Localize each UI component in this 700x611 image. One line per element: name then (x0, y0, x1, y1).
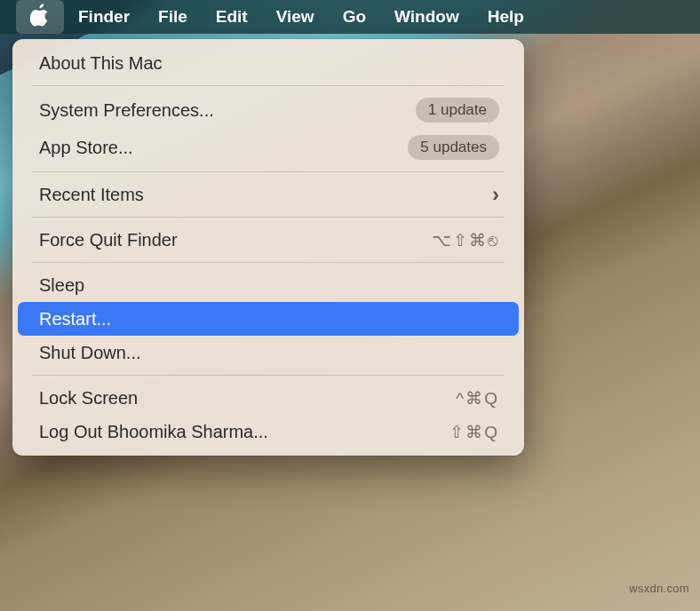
menu-item-label: Lock Screen (39, 388, 138, 409)
menu-separator (32, 262, 505, 263)
menu-item-label: Log Out Bhoomika Sharma... (39, 422, 268, 442)
menu-item-label: App Store... (39, 138, 133, 158)
menu-item-label: About This Mac (39, 53, 163, 74)
menu-item-label: Sleep (39, 275, 84, 296)
menu-item-log-out[interactable]: Log Out Bhoomika Sharma... ⇧⌘Q (18, 415, 519, 448)
menu-separator (32, 85, 505, 86)
menu-item-label: Recent Items (39, 185, 144, 205)
menu-item-about-this-mac[interactable]: About This Mac (18, 46, 519, 80)
menubar-app-name[interactable]: Finder (64, 2, 144, 32)
menubar-window[interactable]: Window (380, 2, 473, 32)
menubar-edit[interactable]: Edit (202, 2, 262, 32)
menu-bar: Finder File Edit View Go Window Help (0, 0, 700, 34)
menu-item-recent-items[interactable]: Recent Items › (18, 178, 519, 211)
menu-item-restart[interactable]: Restart... (18, 302, 519, 336)
menu-separator (32, 375, 505, 376)
keyboard-shortcut: ⌥⇧⌘⎋ (432, 230, 499, 250)
menubar-go[interactable]: Go (329, 2, 380, 32)
menu-item-label: Shut Down... (39, 343, 141, 363)
menubar-file[interactable]: File (144, 2, 202, 32)
menu-item-shut-down[interactable]: Shut Down... (18, 336, 519, 369)
apple-menu-button[interactable] (16, 0, 64, 34)
menu-item-label: Force Quit Finder (39, 230, 178, 250)
menu-item-system-preferences[interactable]: System Preferences... 1 update (18, 91, 519, 129)
menu-separator (32, 217, 505, 218)
apple-dropdown-menu: About This Mac System Preferences... 1 u… (12, 39, 524, 456)
menubar-view[interactable]: View (262, 2, 329, 32)
menu-item-force-quit[interactable]: Force Quit Finder ⌥⇧⌘⎋ (18, 223, 519, 257)
menu-item-app-store[interactable]: App Store... 5 updates (18, 129, 519, 166)
watermark-text: wsxdn.com (629, 582, 689, 595)
menu-item-label: Restart... (39, 309, 111, 329)
update-badge: 1 update (416, 98, 499, 123)
menu-item-label: System Preferences... (39, 100, 214, 121)
menu-item-sleep[interactable]: Sleep (18, 268, 519, 302)
apple-icon (30, 4, 50, 30)
chevron-right-icon: › (492, 184, 499, 205)
keyboard-shortcut: ^⌘Q (456, 388, 499, 409)
update-badge: 5 updates (408, 135, 499, 160)
keyboard-shortcut: ⇧⌘Q (449, 422, 499, 442)
menu-item-lock-screen[interactable]: Lock Screen ^⌘Q (18, 381, 519, 415)
menubar-help[interactable]: Help (473, 2, 538, 32)
menu-separator (32, 171, 505, 172)
